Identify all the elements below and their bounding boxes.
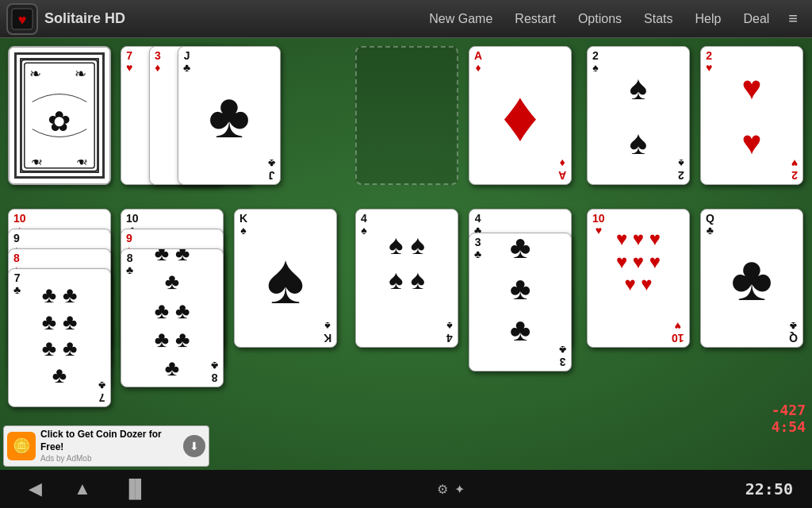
settings-icon: ⚙ [437, 482, 448, 497]
tableau-col5-3c[interactable]: 3♣ 3♣ ♣♣♣ [469, 233, 572, 371]
svg-rect-2 [17, 55, 102, 175]
ad-banner[interactable]: 🪙 Click to Get Coin Dozer for Free! Ads … [3, 425, 209, 467]
stats-button[interactable]: Stats [633, 7, 684, 31]
svg-text:❧: ❧ [31, 154, 43, 170]
home-button[interactable]: ▲ [64, 475, 101, 502]
restart-button[interactable]: Restart [504, 7, 567, 31]
tableau-col7-qc[interactable]: Q♣ Q♣ ♣ [700, 209, 803, 348]
foundation-empty[interactable] [355, 46, 458, 185]
score-value: -427 [772, 402, 806, 418]
recents-button[interactable]: ▐▌ [113, 475, 157, 502]
back-button[interactable]: ◀ [19, 475, 52, 502]
tableau-col1-7c[interactable]: 7♣ 7♣ ♣ ♣♣ ♣♣ ♣♣ [8, 268, 111, 407]
score-display: -427 4:54 [772, 402, 806, 435]
ad-icon: 🪙 [7, 432, 36, 460]
foundation-2h[interactable]: 2♥ 2♥ ♥ ♥ [700, 46, 803, 185]
svg-rect-4 [25, 63, 94, 168]
system-icons: ⚙ ✦ [437, 482, 465, 497]
svg-text:❧: ❧ [76, 154, 88, 170]
svg-rect-3 [21, 60, 98, 171]
new-game-button[interactable]: New Game [418, 7, 504, 31]
foundation-ad[interactable]: A♦ A♦ ♦ [469, 46, 572, 185]
tableau-col2-8c[interactable]: 8♣ 8♣ ♣ ♣ ♣♣ ♣♣ ♣ ♣ [121, 248, 224, 387]
app-title: Solitaire HD [44, 10, 418, 27]
help-button[interactable]: Help [684, 7, 733, 31]
top-bar: ♥ Solitaire HD New Game Restart Options … [0, 0, 812, 38]
game-area: ❧ ❧ ❧ ❧ ✿ 7♥ 7♥ ♥♥♥♥♥♥♥ 3♦ 3♦ ♦♦♦ [0, 38, 812, 470]
svg-text:✿: ✿ [48, 106, 71, 137]
foundation-2s[interactable]: 2♠ 2♠ ♠ ♠ [587, 46, 690, 185]
bluetooth-icon: ✦ [454, 482, 465, 497]
svg-text:❧: ❧ [29, 66, 41, 82]
waste-card-jc[interactable]: J♣ J♣ ♣ [178, 46, 281, 185]
svg-text:♥: ♥ [18, 12, 27, 28]
ad-text: Click to Get Coin Dozer for Free! Ads by… [40, 429, 180, 464]
stock-pile[interactable]: ❧ ❧ ❧ ❧ ✿ [8, 46, 111, 185]
deal-button[interactable]: Deal [732, 7, 780, 31]
ad-download-button[interactable]: ⬇ [183, 435, 205, 457]
menu-icon[interactable]: ≡ [780, 5, 806, 33]
tableau-col6-10h[interactable]: 10♥ 10♥ ♥ ♥ ♥♥ ♥ ♥♥ ♥ [587, 209, 690, 348]
app-icon: ♥ [6, 3, 38, 35]
tableau-col3-ks[interactable]: K♠ K♠ ♠ [234, 209, 337, 348]
svg-text:❧: ❧ [75, 66, 86, 82]
options-button[interactable]: Options [567, 7, 633, 31]
tableau-col4-4s[interactable]: 4♠ 4♠ ♠ ♠♠ ♠ [355, 209, 458, 348]
timer-value: 4:54 [772, 418, 806, 435]
system-clock: 22:50 [745, 479, 793, 498]
system-bar: ◀ ▲ ▐▌ ⚙ ✦ 22:50 [0, 470, 812, 508]
